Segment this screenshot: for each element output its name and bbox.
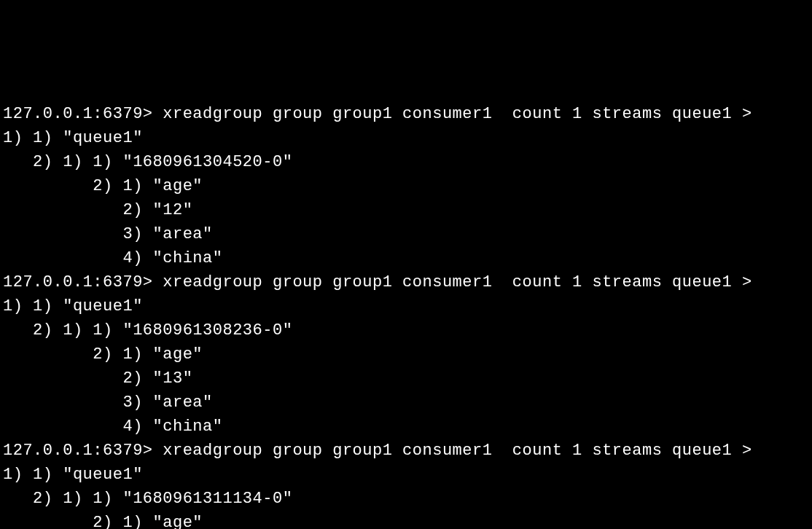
result-field-value: 4) "china" bbox=[3, 246, 809, 270]
prompt: 127.0.0.1:6379> bbox=[3, 105, 153, 123]
result-field-key: 3) "area" bbox=[3, 222, 809, 246]
prompt: 127.0.0.1:6379> bbox=[3, 442, 153, 460]
command-text: xreadgroup group group1 consumer1 count … bbox=[163, 442, 752, 460]
result-entry-id: 2) 1) 1) "1680961304520-0" bbox=[3, 150, 809, 174]
result-queue-label: 1) 1) "queue1" bbox=[3, 126, 809, 150]
command-line: 127.0.0.1:6379> xreadgroup group group1 … bbox=[3, 270, 809, 294]
command-line: 127.0.0.1:6379> xreadgroup group group1 … bbox=[3, 439, 809, 463]
result-entry-id: 2) 1) 1) "1680961311134-0" bbox=[3, 487, 809, 511]
result-queue-label: 1) 1) "queue1" bbox=[3, 463, 809, 487]
result-queue-label: 1) 1) "queue1" bbox=[3, 294, 809, 318]
terminal-output[interactable]: 127.0.0.1:6379> xreadgroup group group1 … bbox=[3, 102, 809, 529]
result-field-key: 2) 1) "age" bbox=[3, 342, 809, 367]
result-field-value: 4) "china" bbox=[3, 415, 809, 439]
result-field-key: 3) "area" bbox=[3, 391, 809, 415]
result-field-value: 2) "12" bbox=[3, 198, 809, 222]
result-entry-id: 2) 1) 1) "1680961308236-0" bbox=[3, 318, 809, 342]
command-text: xreadgroup group group1 consumer1 count … bbox=[163, 105, 752, 123]
result-field-key: 2) 1) "age" bbox=[3, 511, 809, 529]
result-field-key: 2) 1) "age" bbox=[3, 174, 809, 198]
command-line: 127.0.0.1:6379> xreadgroup group group1 … bbox=[3, 102, 809, 126]
result-field-value: 2) "13" bbox=[3, 367, 809, 391]
prompt: 127.0.0.1:6379> bbox=[3, 273, 153, 291]
command-text: xreadgroup group group1 consumer1 count … bbox=[163, 273, 752, 291]
